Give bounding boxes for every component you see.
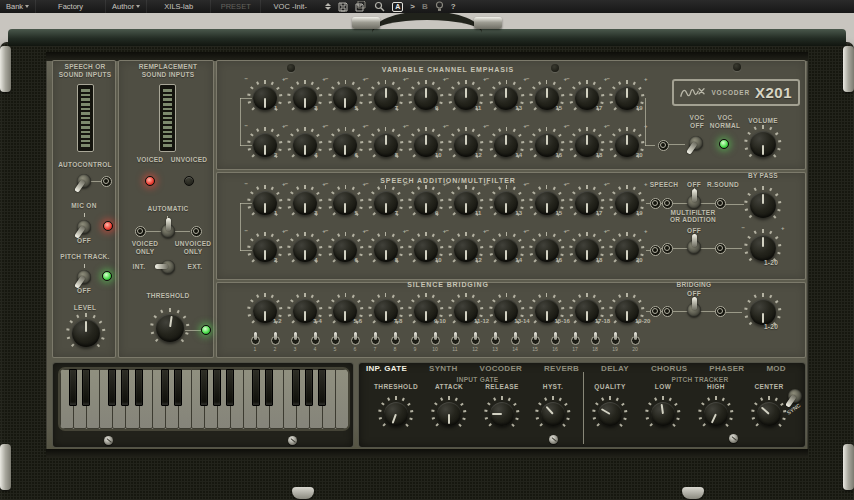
save-as-icon[interactable] [355,1,367,12]
multifilter-range-label: 1-20 [756,259,786,267]
bridge-toggle-18[interactable] [591,336,600,345]
multifilter-switch[interactable] [687,240,701,254]
piano-key-black-2[interactable] [82,369,90,406]
bridge-toggle-11[interactable] [451,336,460,345]
pitch-tracker-quality-knob[interactable] [593,397,628,432]
input-gate-attack-knob[interactable] [432,397,467,432]
piano-key-black-8[interactable] [161,369,169,406]
input-gate-hyst-knob[interactable] [536,397,571,432]
mic-switch[interactable] [77,220,91,234]
unvoiced-led [184,176,194,186]
bridge-toggle-12[interactable] [471,336,480,345]
corner-protector [843,46,854,92]
unvoiced-label: UNVOICED [164,156,214,164]
bridge-toggle-17[interactable] [571,336,580,345]
piano-key-black-11[interactable] [200,369,208,406]
piano-key-black-4[interactable] [108,369,116,406]
int-label: INT. [126,263,152,271]
spinner-down-icon[interactable] [325,7,331,10]
help-button[interactable]: ? [451,2,456,11]
compare-b-button[interactable]: B [422,2,428,11]
bridge-toggle-7[interactable] [371,336,380,345]
piano-key-black-16[interactable] [265,369,273,406]
bridge-toggle-6[interactable] [351,336,360,345]
bridge-toggle-2[interactable] [271,336,280,345]
autocontrol-switch[interactable] [77,174,91,188]
copy-ab-button[interactable]: > [410,2,415,11]
brand-plate: VOCODER X201 [672,79,800,106]
voiced-led [145,176,155,186]
automatic-switch[interactable] [161,224,175,238]
bridge-toggle-9[interactable] [411,336,420,345]
screw [288,436,297,445]
bottom-rail [46,449,808,458]
bridge-toggle-19[interactable] [611,336,620,345]
tab-inp-gate[interactable]: INP. GATE [366,364,407,373]
lightbulb-icon[interactable] [435,1,444,12]
pitch-tracker-low-knob[interactable] [646,397,681,432]
bridge-toggle-16[interactable] [551,336,560,345]
piano-key-black-13[interactable] [226,369,234,406]
int-ext-switch[interactable] [161,260,175,274]
piano-key-black-1[interactable] [69,369,77,406]
tab-mod[interactable]: MOD [766,364,786,373]
search-icon[interactable] [374,1,385,12]
volume-label: VOLUME [738,117,788,125]
voc-switch[interactable] [689,136,703,150]
tab-reverb[interactable]: REVERB [544,364,579,373]
pitch-track-switch[interactable] [77,270,91,284]
bank-value[interactable]: Factory [36,0,106,13]
piano-key-black-12[interactable] [213,369,221,406]
tab-chorus[interactable]: CHORUS [651,364,687,373]
bridging-switch[interactable] [687,303,701,317]
tab-synth[interactable]: SYNTH [429,364,458,373]
sync-switch[interactable] [788,389,802,403]
screw [729,434,738,443]
tab-delay[interactable]: DELAY [601,364,629,373]
bridge-toggle-8[interactable] [391,336,400,345]
bank-menu[interactable]: Bank [0,0,36,13]
input-gate-release-knob[interactable] [485,397,520,432]
bridge-toggle-4[interactable] [311,336,320,345]
piano-key-black-6[interactable] [135,369,143,406]
piano-key-black-19[interactable] [305,369,313,406]
author-menu[interactable]: Author [106,0,147,13]
bridge-toggle-5[interactable] [331,336,340,345]
save-icon[interactable] [338,2,348,12]
pitch-tracker-high-knob[interactable] [699,397,734,432]
input-gate-threshold-knob[interactable] [379,397,414,432]
bypass-knob[interactable] [745,187,782,224]
speech-rsound-switch[interactable] [687,195,701,209]
replacement-threshold-knob[interactable] [151,309,190,348]
bridge-toggle-13[interactable] [491,336,500,345]
screw [733,63,741,71]
piano-key-black-9[interactable] [174,369,182,406]
bridge-toggle-10[interactable] [431,336,440,345]
corner-protector [843,444,854,490]
bridge-toggle-1[interactable] [251,336,260,345]
author-value[interactable]: XILS-lab [147,0,211,13]
bridge-toggle-14[interactable] [511,336,520,345]
replacement-title-2: SOUND INPUTS [124,71,212,79]
bridging-off-label: OFF [680,290,708,298]
tab-vocoder[interactable]: VOCODER [480,364,523,373]
preset-name[interactable]: VOC -Init- [261,0,319,13]
piano-key-black-18[interactable] [292,369,300,406]
multifilter-label-2: OR ADDITION [662,216,724,224]
volume-knob[interactable] [745,126,782,163]
automatic-label: AUTOMATIC [136,205,200,213]
tab-phaser[interactable]: PHASER [709,364,744,373]
bridge-toggle-3[interactable] [291,336,300,345]
spinner-up-icon[interactable] [325,3,331,6]
preset-spinner[interactable] [325,3,331,10]
level-knob[interactable] [67,314,106,353]
piano-key-black-15[interactable] [252,369,260,406]
piano-key-white-22[interactable] [335,369,348,429]
compare-a-button[interactable]: A [392,2,403,12]
ext-label: EXT. [181,263,209,271]
pitch-tracker-center-knob[interactable] [752,397,787,432]
bridge-toggle-20[interactable] [631,336,640,345]
piano-key-black-20[interactable] [318,369,326,406]
piano-key-black-5[interactable] [121,369,129,406]
bridge-toggle-15[interactable] [531,336,540,345]
